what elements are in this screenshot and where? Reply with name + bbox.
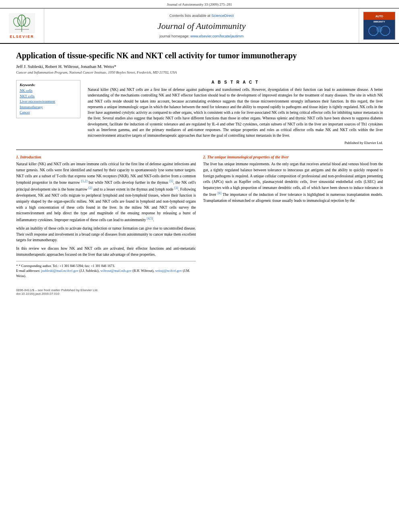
elsevier-logo-icon bbox=[9, 13, 35, 33]
homepage-prefix: journal homepage: bbox=[159, 34, 190, 38]
corresponding-author-note: * * Corresponding author. Tel.: +1 301 8… bbox=[16, 263, 196, 269]
body-col-right: 2. The unique immunological properties o… bbox=[203, 155, 383, 279]
body-col-left: 1. Introduction Natural killer (NK) and … bbox=[16, 155, 196, 279]
section-heading-liver: 2. The unique immunological properties o… bbox=[203, 155, 383, 159]
svg-text:IMMUNITY: IMMUNITY bbox=[373, 21, 385, 23]
email-subleski[interactable]: jsubleski@mail.ncifcrf.gov bbox=[41, 269, 78, 273]
ref-1-2[interactable]: [1,2] bbox=[81, 179, 87, 183]
page: Journal of Autoimmunity 33 (2009) 275–28… bbox=[0, 0, 399, 532]
footnote-area: * * Corresponding author. Tel.: +1 301 8… bbox=[16, 261, 196, 279]
ref-2[interactable]: [2] bbox=[88, 186, 92, 190]
section-divider bbox=[16, 150, 383, 150]
elsevier-text: ELSEVIER bbox=[10, 35, 34, 39]
abstract-heading: A B S T R A C T bbox=[88, 80, 383, 84]
doi-line: doi:10.1016/j.jaut.2009.07.010 bbox=[16, 292, 383, 296]
journal-center: Contents lists available at ScienceDirec… bbox=[44, 8, 359, 43]
corresponding-author-text: * Corresponding author. Tel.: +1 301 846… bbox=[19, 264, 115, 268]
abstract-published: Published by Elsevier Ltd. bbox=[88, 141, 383, 145]
ref-3[interactable]: [3] bbox=[175, 186, 178, 190]
sciencedirect-line: Contents lists available at ScienceDirec… bbox=[169, 14, 234, 18]
keyword-nkt-cells[interactable]: NKT cells bbox=[20, 94, 77, 99]
journal-header: ELSEVIER Contents lists available at Sci… bbox=[0, 8, 399, 44]
homepage-url[interactable]: www.elsevier.com/locate/jautimm bbox=[191, 34, 244, 38]
svg-point-12 bbox=[376, 26, 383, 33]
contents-prefix: Contents lists available at bbox=[169, 14, 210, 18]
email-name-wiltrout: (R.H. Wiltrout), bbox=[132, 269, 155, 273]
journal-homepage: journal homepage: www.elsevier.com/locat… bbox=[159, 34, 243, 38]
section-heading-introduction: 1. Introduction bbox=[16, 155, 196, 159]
email-weiss[interactable]: weissj@ncifcrf.gov bbox=[155, 269, 182, 273]
abstract-section: Keywords: NK cells NKT cells Liver micro… bbox=[16, 80, 383, 145]
intro-paragraph-3: In this review we discuss how NK and NKT… bbox=[16, 246, 196, 257]
journal-citation: Journal of Autoimmunity 33 (2009) 275–28… bbox=[167, 2, 232, 6]
email-wiltrout[interactable]: wiltrout@mail.nih.gov bbox=[100, 269, 132, 273]
abstract-column: A B S T R A C T Natural killer (NK) and … bbox=[88, 80, 383, 145]
author-names: Jeff J. Subleski, Robert H. Wiltrout, Jo… bbox=[16, 64, 116, 69]
email-name-subleski: (J.J. Subleski), bbox=[79, 269, 100, 273]
autoimmunity-logo-svg: AUTO IMMUNITY bbox=[363, 12, 395, 39]
issn-line: 0896-8411/$ – see front matter Published… bbox=[16, 288, 383, 292]
keyword-immunotherapy[interactable]: Immunotherapy bbox=[20, 105, 77, 110]
ref-4-5[interactable]: [4,5] bbox=[147, 217, 153, 220]
journal-main-title: Journal of Autoimmunity bbox=[157, 21, 246, 31]
intro-paragraph-1: Natural killer (NK) and NKT cells are in… bbox=[16, 161, 196, 223]
article-title: Application of tissue-specific NK and NK… bbox=[16, 50, 383, 61]
body-section: 1. Introduction Natural killer (NK) and … bbox=[16, 155, 383, 279]
sciencedirect-link[interactable]: ScienceDirect bbox=[212, 14, 234, 18]
ref-1[interactable]: [1] bbox=[169, 179, 173, 183]
svg-text:AUTO: AUTO bbox=[375, 15, 383, 18]
ref-6[interactable]: [6] bbox=[218, 191, 221, 195]
abstract-text: Natural killer (NK) and NKT cells are a … bbox=[88, 87, 383, 138]
keywords-column: Keywords: NK cells NKT cells Liver micro… bbox=[16, 80, 80, 145]
keywords-label: Keywords: bbox=[20, 83, 77, 87]
keyword-cancer[interactable]: Cancer bbox=[20, 110, 77, 115]
liver-paragraph-1: The liver has unique immune requirements… bbox=[203, 161, 383, 203]
keyword-nk-cells[interactable]: NK cells bbox=[20, 88, 77, 94]
email-footnote: E-mail addresses: jsubleski@mail.ncifcrf… bbox=[16, 268, 196, 279]
keyword-liver-microenvironment[interactable]: Liver microenvironment bbox=[20, 99, 77, 105]
elsevier-logo-section: ELSEVIER bbox=[0, 8, 44, 43]
affiliation: Cancer and Inflammation Program, Nationa… bbox=[16, 70, 383, 74]
intro-paragraph-2: while an inability of these cells to act… bbox=[16, 226, 196, 243]
autoimmunity-logo-icon: AUTO IMMUNITY bbox=[363, 12, 395, 40]
autoimmunity-logo-section: AUTO IMMUNITY bbox=[359, 8, 399, 43]
keywords-box: Keywords: NK cells NKT cells Liver micro… bbox=[16, 80, 80, 118]
bottom-bar: 0896-8411/$ – see front matter Published… bbox=[0, 287, 399, 297]
email-label: E-mail addresses: bbox=[16, 269, 40, 273]
elsevier-logo: ELSEVIER bbox=[9, 13, 35, 39]
article-content: Application of tissue-specific NK and NK… bbox=[0, 44, 399, 287]
journal-citation-bar: Journal of Autoimmunity 33 (2009) 275–28… bbox=[0, 0, 399, 8]
authors: Jeff J. Subleski, Robert H. Wiltrout, Jo… bbox=[16, 64, 383, 69]
